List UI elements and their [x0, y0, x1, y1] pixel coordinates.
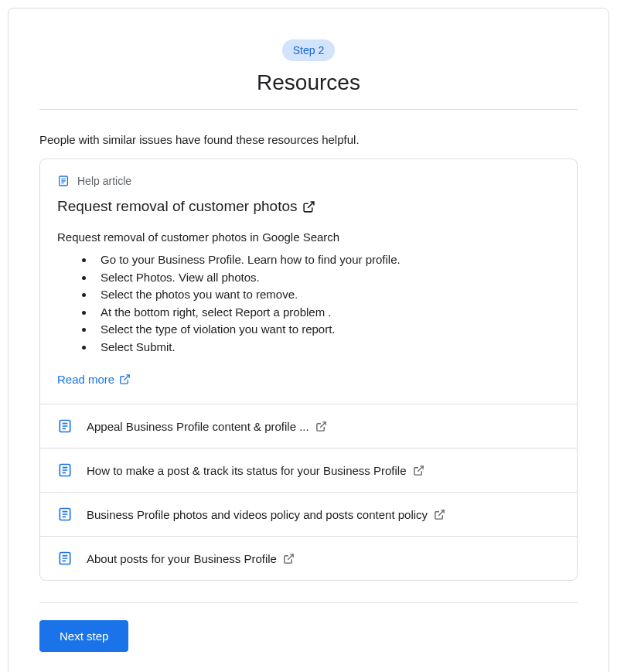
step-item: At the bottom right, select Report a pro…: [94, 304, 560, 322]
article-link-row[interactable]: About posts for your Business Profile: [40, 536, 577, 580]
article-icon: [57, 175, 70, 187]
article-link-row[interactable]: How to make a post & track its status fo…: [40, 448, 577, 492]
featured-title-text: Request removal of customer photos: [57, 198, 298, 215]
step-card: Step 2 Resources People with similar iss…: [8, 8, 609, 672]
external-link-icon: [119, 374, 131, 385]
article-row-title: How to make a post & track its status fo…: [87, 464, 424, 477]
svg-line-25: [288, 554, 293, 559]
svg-line-20: [438, 510, 444, 515]
featured-subtitle: Request removal of customer photos in Go…: [57, 230, 560, 244]
article-icon: [57, 462, 73, 478]
article-row-title: Appeal Business Profile content & profil…: [87, 420, 327, 433]
external-link-icon: [434, 509, 445, 520]
intro-text: People with similar issues have found th…: [39, 133, 578, 146]
step-item: Go to your Business Profile. Learn how t…: [94, 251, 560, 269]
article-title-text: Appeal Business Profile content & profil…: [87, 420, 309, 433]
featured-title[interactable]: Request removal of customer photos: [57, 198, 560, 215]
next-step-button[interactable]: Next step: [39, 620, 128, 652]
external-link-icon: [315, 421, 327, 432]
article-icon: [57, 551, 73, 566]
article-icon: [57, 418, 73, 434]
steps-list: Go to your Business Profile. Learn how t…: [57, 251, 560, 356]
page-title: Resources: [39, 70, 578, 95]
svg-line-10: [320, 421, 326, 427]
title-divider: [39, 109, 578, 110]
article-label-text: Help article: [77, 175, 131, 187]
step-item: Select Photos. View all photos.: [94, 269, 560, 287]
svg-line-15: [418, 466, 423, 471]
step-item: Select the type of violation you want to…: [94, 321, 560, 339]
article-title-text: About posts for your Business Profile: [87, 552, 277, 565]
read-more-text: Read more: [57, 373, 114, 386]
article-title-text: How to make a post & track its status fo…: [87, 464, 407, 477]
article-icon: [57, 507, 73, 522]
featured-article: Help article Request removal of customer…: [40, 159, 577, 404]
external-link-icon: [302, 200, 315, 213]
article-row-title: Business Profile photos and videos polic…: [87, 508, 445, 521]
article-row-title: About posts for your Business Profile: [87, 552, 295, 565]
step-badge: Step 2: [282, 39, 335, 61]
external-link-icon: [413, 465, 424, 476]
resources-box: Help article Request removal of customer…: [39, 159, 578, 581]
step-item: Select Submit.: [94, 339, 560, 356]
svg-line-5: [124, 375, 129, 380]
svg-line-4: [308, 202, 314, 208]
article-link-row[interactable]: Appeal Business Profile content & profil…: [40, 404, 577, 448]
external-link-icon: [283, 553, 295, 565]
step-item: Select the photos you want to remove.: [94, 286, 560, 304]
read-more-link[interactable]: Read more: [57, 373, 131, 386]
bottom-divider: [39, 602, 578, 603]
article-link-row[interactable]: Business Profile photos and videos polic…: [40, 492, 577, 536]
article-label: Help article: [57, 175, 560, 187]
article-title-text: Business Profile photos and videos polic…: [87, 508, 428, 521]
